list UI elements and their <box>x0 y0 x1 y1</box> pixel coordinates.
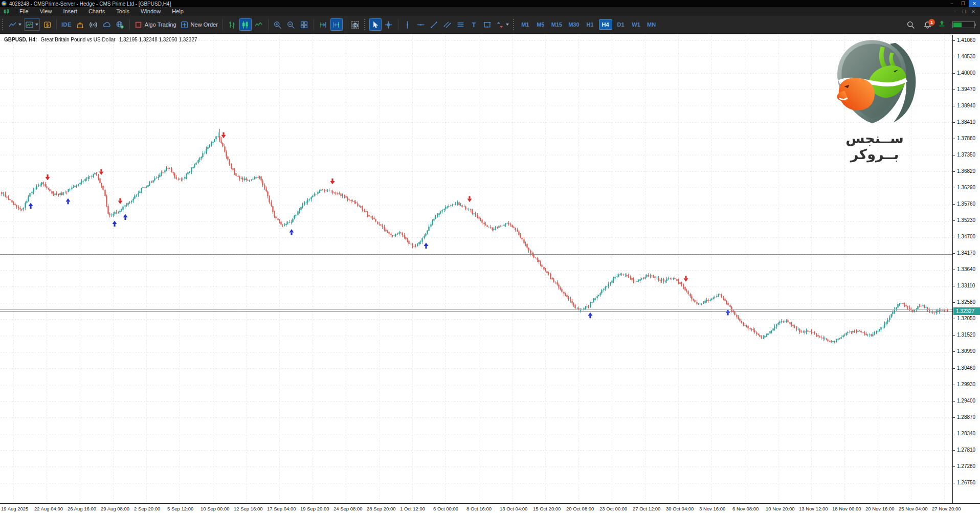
metaeditor-ide-button[interactable]: IDE <box>60 18 73 31</box>
screenshot-button[interactable] <box>349 18 362 31</box>
equidistant-channel-tool-button[interactable] <box>455 18 467 31</box>
price-axis-label: 1.41060 <box>954 37 975 43</box>
maximize-button[interactable]: ❐ <box>957 0 969 7</box>
candlestick-chart[interactable] <box>0 35 952 503</box>
price-axis-label: 1.26750 <box>954 480 975 485</box>
line-chart-type-button[interactable] <box>253 18 265 31</box>
time-axis-label: 6 Oct 00:00 <box>433 506 458 511</box>
time-axis-label: 19 Aug 2025 <box>1 506 28 511</box>
menu-view[interactable]: View <box>34 7 58 16</box>
auto-scroll-button[interactable] <box>330 18 343 31</box>
menu-file[interactable]: File <box>14 7 34 16</box>
price-axis-label: 1.31520 <box>954 332 975 338</box>
chart-restore-button[interactable]: ❐ <box>960 9 969 14</box>
candlestick-chart-type-button[interactable] <box>239 18 252 31</box>
menu-charts[interactable]: Charts <box>83 7 110 16</box>
mt5-application-window: 4028248 - CMSPrime-Server - Hedge - CMS … <box>0 0 980 513</box>
price-axis-label: 1.36820 <box>954 168 975 174</box>
time-axis-label: 3 Nov 16:00 <box>699 506 725 511</box>
algo-trading-button[interactable]: Algo Trading <box>133 18 178 31</box>
timeframe-m15-button[interactable]: M15 <box>549 19 564 30</box>
menu-window[interactable]: Window <box>135 7 166 16</box>
chart-minimize-button[interactable]: – <box>950 9 960 14</box>
menu-help[interactable]: Help <box>166 7 189 16</box>
time-axis-label: 17 Sep 04:00 <box>267 506 296 511</box>
toolbar-items: $IDEAlgo TradingNew OrderTM1M5M15M30H1H4… <box>0 18 659 31</box>
chart-close-button[interactable]: ✕ <box>969 9 978 14</box>
price-axis-label: 1.30460 <box>954 365 975 371</box>
timeframe-m30-button[interactable]: M30 <box>566 19 581 30</box>
time-axis-label: 18 Nov 00:00 <box>832 506 861 511</box>
arrows-tool-button[interactable] <box>495 18 510 31</box>
timeframe-w1-button[interactable]: W1 <box>630 19 643 30</box>
chevron-down-icon[interactable] <box>18 24 21 26</box>
menu-tools[interactable]: Tools <box>110 7 135 16</box>
price-axis-label: 1.29930 <box>954 382 975 387</box>
price-axis-label: 1.29400 <box>954 398 975 404</box>
algo-trading-button-label: Algo Trading <box>145 21 176 28</box>
timeframe-d1-button[interactable]: D1 <box>614 19 628 30</box>
price-axis-value: 1.36290 <box>954 185 975 190</box>
crosshair-tool-button[interactable] <box>383 18 395 31</box>
tile-windows-button[interactable] <box>298 18 310 31</box>
price-axis-value: 1.35230 <box>954 217 975 223</box>
text-tool-button[interactable]: T <box>468 18 480 31</box>
chart-window-controls: – ❐ ✕ <box>950 9 978 14</box>
horizontal-line-tool-button[interactable] <box>415 18 427 31</box>
trendline-tool-button[interactable] <box>428 18 440 31</box>
title-bar[interactable]: 4028248 - CMSPrime-Server - Hedge - CMS … <box>0 0 980 7</box>
timeframe-m5-button[interactable]: M5 <box>534 19 547 30</box>
minimize-button[interactable]: – <box>946 0 957 7</box>
toolbar-separator <box>314 19 314 30</box>
timeframe-h4-button[interactable]: H4 <box>599 19 612 30</box>
price-axis[interactable]: 1.32327 1.410601.405301.400001.394701.38… <box>952 35 980 503</box>
market-watch-icon[interactable]: $ <box>41 18 53 31</box>
timeframe-h1-button[interactable]: H1 <box>584 19 597 30</box>
menu-bar: FileViewInsertChartsToolsWindowHelp – ❐ … <box>0 7 980 16</box>
time-axis-label: 13 Oct 04:00 <box>500 506 527 511</box>
toolbar-drag-handle[interactable] <box>364 19 367 30</box>
bar-chart-type-button[interactable] <box>226 18 238 31</box>
shapes-tool-button[interactable] <box>481 18 494 31</box>
chevron-down-icon[interactable] <box>506 24 509 26</box>
cursor-tool-button[interactable] <box>369 18 382 31</box>
price-axis-label: 1.28340 <box>954 431 975 436</box>
price-axis-value: 1.40000 <box>954 70 975 76</box>
zoom-out-button[interactable] <box>285 18 297 31</box>
price-axis-label: 1.28870 <box>954 414 975 420</box>
profiles-icon[interactable] <box>7 18 23 31</box>
chevron-down-icon[interactable] <box>35 24 38 26</box>
price-axis-label: 1.36290 <box>954 185 975 190</box>
signals-icon[interactable] <box>87 18 100 31</box>
price-axis-label: 1.27280 <box>954 463 975 469</box>
price-axis-label: 1.32580 <box>954 299 975 305</box>
toolbar-drag-handle[interactable] <box>513 19 516 30</box>
channel-tool-button[interactable] <box>441 18 454 31</box>
price-axis-value: 1.41060 <box>954 37 975 43</box>
chart-shift-button[interactable] <box>317 18 329 31</box>
time-axis[interactable]: 19 Aug 202522 Aug 04:0026 Aug 16:0029 Au… <box>0 503 980 513</box>
zoom-in-button[interactable] <box>272 18 284 31</box>
toolbar-separator <box>56 19 57 30</box>
price-axis-value: 1.36820 <box>954 168 975 174</box>
mt5-app-icon <box>2 1 7 6</box>
new-order-button[interactable]: New Order <box>179 18 219 31</box>
market-store-icon[interactable] <box>74 18 86 31</box>
notifications-icon[interactable]: 1 <box>924 21 931 29</box>
toolbar-separator <box>222 19 223 30</box>
vertical-line-tool-button[interactable] <box>402 18 414 31</box>
vps-cloud-icon[interactable] <box>101 18 113 31</box>
community-icon[interactable] <box>114 18 126 31</box>
price-axis-value: 1.34700 <box>954 234 975 239</box>
search-icon[interactable] <box>904 19 917 31</box>
close-button[interactable]: ✕ <box>969 0 980 7</box>
toolbar-drag-handle[interactable] <box>2 19 5 30</box>
menu-items: FileViewInsertChartsToolsWindowHelp <box>14 7 189 16</box>
timeframe-mn-button[interactable]: MN <box>645 19 658 30</box>
price-axis-label: 1.35760 <box>954 201 975 207</box>
time-axis-label: 2 Sep 20:00 <box>134 506 160 511</box>
templates-icon[interactable] <box>24 18 40 31</box>
timeframe-m1-button[interactable]: M1 <box>519 19 532 30</box>
price-axis-label: 1.27810 <box>954 447 975 453</box>
menu-insert[interactable]: Insert <box>57 7 83 16</box>
